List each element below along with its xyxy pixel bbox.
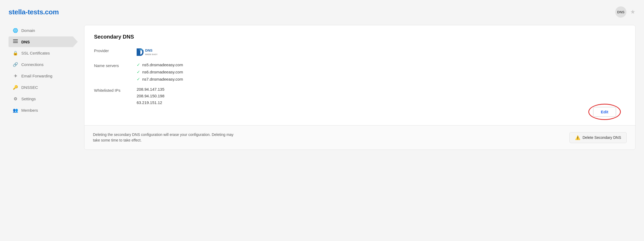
dns-icon bbox=[13, 39, 18, 44]
sidebar-item-domain[interactable]: 🌐 Domain bbox=[9, 25, 78, 36]
svg-text:DNS: DNS bbox=[145, 48, 153, 52]
footer-description: Deleting the secondary DNS configuration… bbox=[93, 132, 237, 143]
info-grid: Provider DNS MADE EASY bbox=[94, 47, 626, 105]
email-forwarding-icon: ✈ bbox=[13, 73, 18, 78]
globe-icon: 🌐 bbox=[13, 28, 18, 33]
edit-button[interactable]: Edit bbox=[593, 107, 616, 117]
svg-rect-2 bbox=[13, 42, 18, 43]
dns-badge: DNS bbox=[615, 6, 626, 18]
sidebar-item-ssl[interactable]: 🔒 SSL Certificates bbox=[9, 48, 78, 59]
sidebar-item-settings[interactable]: ⚙ Settings bbox=[9, 93, 78, 104]
nameserver-item: ✓ ns6.dnsmadeeasy.com bbox=[137, 69, 626, 74]
svg-rect-1 bbox=[13, 41, 18, 42]
sidebar-item-label: Settings bbox=[21, 97, 36, 101]
lock-icon: 🔒 bbox=[13, 51, 18, 56]
sidebar-item-label: Members bbox=[21, 108, 38, 113]
link-icon: 🔗 bbox=[13, 62, 18, 67]
sidebar-item-label: Domain bbox=[21, 28, 35, 33]
check-icon: ✓ bbox=[137, 77, 140, 82]
dns-made-easy-logo: DNS MADE EASY bbox=[137, 47, 169, 57]
provider-label: Provider bbox=[94, 47, 137, 53]
sidebar: 🌐 Domain DNS 🔒 SSL Certificates 🔗 bbox=[9, 25, 78, 150]
sidebar-item-label: Connections bbox=[21, 62, 43, 67]
sidebar-item-email-forwarding[interactable]: ✈ Email Forwarding bbox=[9, 70, 78, 81]
star-icon[interactable]: ★ bbox=[630, 9, 635, 15]
sidebar-item-label: DNSSEC bbox=[21, 85, 38, 90]
nameserver-value: ns5.dnsmadeeasy.com bbox=[142, 63, 183, 67]
nameserver-list: ✓ ns5.dnsmadeeasy.com ✓ ns6.dnsmadeeasy.… bbox=[137, 62, 626, 82]
sidebar-item-dns[interactable]: DNS bbox=[9, 36, 78, 47]
delete-secondary-dns-button[interactable]: ⚠️ Delete Secondary DNS bbox=[569, 132, 627, 143]
edit-button-wrapper: Edit bbox=[593, 107, 616, 117]
sidebar-item-dnssec[interactable]: 🔑 DNSSEC bbox=[9, 82, 78, 93]
content-area: Secondary DNS Provider DNS bbox=[84, 25, 635, 150]
section-title: Secondary DNS bbox=[94, 34, 626, 40]
check-icon: ✓ bbox=[137, 69, 140, 74]
ip-value: 208.94.147.135 bbox=[137, 87, 626, 92]
nameserver-item: ✓ ns5.dnsmadeeasy.com bbox=[137, 62, 626, 67]
provider-logo: DNS MADE EASY bbox=[137, 47, 626, 57]
sidebar-item-label: Email Forwarding bbox=[21, 74, 52, 78]
ip-value: 208.94.150.198 bbox=[137, 94, 626, 98]
nameserver-value: ns7.dnsmadeeasy.com bbox=[142, 77, 183, 81]
ip-list: 208.94.147.135 208.94.150.198 63.219.151… bbox=[137, 87, 626, 105]
nameserver-item: ✓ ns7.dnsmadeeasy.com bbox=[137, 77, 626, 82]
site-title: stella-tests.com bbox=[9, 8, 59, 16]
sidebar-item-label: DNS bbox=[21, 40, 30, 44]
nameservers-label: Name servers bbox=[94, 62, 137, 68]
delete-button-label: Delete Secondary DNS bbox=[582, 135, 621, 140]
svg-rect-0 bbox=[13, 39, 18, 40]
sidebar-item-label: SSL Certificates bbox=[21, 51, 50, 55]
content-footer: Deleting the secondary DNS configuration… bbox=[84, 126, 635, 149]
whitelisted-ips-label: Whitelisted IPs bbox=[94, 87, 137, 93]
gear-icon: ⚙ bbox=[13, 96, 18, 101]
warning-icon: ⚠️ bbox=[575, 135, 580, 140]
check-icon: ✓ bbox=[137, 62, 140, 67]
svg-text:MADE EASY: MADE EASY bbox=[145, 53, 158, 56]
sidebar-item-connections[interactable]: 🔗 Connections bbox=[9, 59, 78, 70]
nameserver-value: ns6.dnsmadeeasy.com bbox=[142, 70, 183, 74]
ip-value: 63.219.151.12 bbox=[137, 100, 626, 105]
key-icon: 🔑 bbox=[13, 85, 18, 90]
actions-row: Edit bbox=[94, 105, 626, 117]
sidebar-item-members[interactable]: 👥 Members bbox=[9, 105, 78, 116]
members-icon: 👥 bbox=[13, 108, 18, 113]
